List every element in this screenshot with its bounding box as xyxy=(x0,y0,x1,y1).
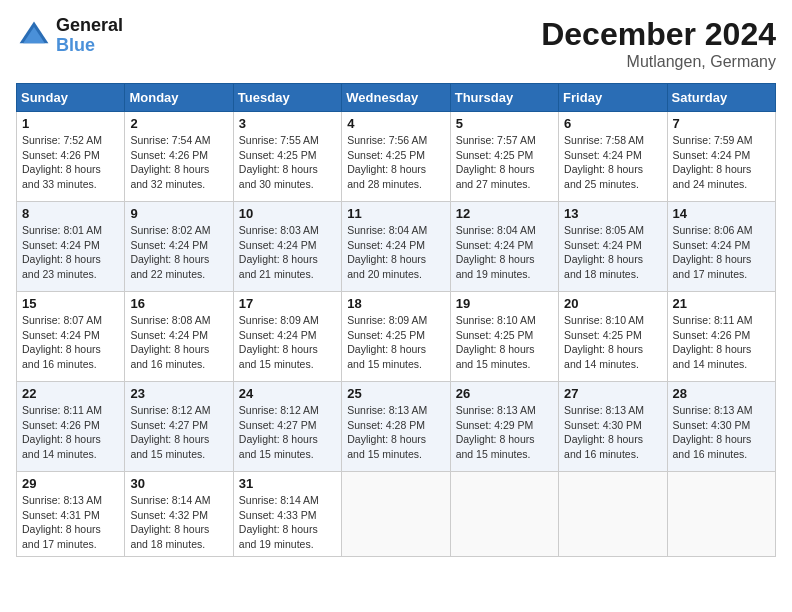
day-info: Sunrise: 7:52 AM Sunset: 4:26 PM Dayligh… xyxy=(22,133,119,192)
day-number: 17 xyxy=(239,296,336,311)
day-number: 22 xyxy=(22,386,119,401)
daylight-label: Daylight: 8 hours and 19 minutes. xyxy=(239,523,318,550)
sunset-label: Sunset: 4:25 PM xyxy=(347,149,425,161)
sunrise-label: Sunrise: 8:11 AM xyxy=(673,314,753,326)
daylight-label: Daylight: 8 hours and 25 minutes. xyxy=(564,163,643,190)
day-info: Sunrise: 8:12 AM Sunset: 4:27 PM Dayligh… xyxy=(239,403,336,462)
calendar-cell xyxy=(342,472,450,557)
day-number: 19 xyxy=(456,296,553,311)
daylight-label: Daylight: 8 hours and 27 minutes. xyxy=(456,163,535,190)
calendar-cell: 8 Sunrise: 8:01 AM Sunset: 4:24 PM Dayli… xyxy=(17,202,125,292)
day-number: 27 xyxy=(564,386,661,401)
day-number: 26 xyxy=(456,386,553,401)
sunrise-label: Sunrise: 8:10 AM xyxy=(456,314,536,326)
day-number: 16 xyxy=(130,296,227,311)
day-info: Sunrise: 8:02 AM Sunset: 4:24 PM Dayligh… xyxy=(130,223,227,282)
day-info: Sunrise: 7:56 AM Sunset: 4:25 PM Dayligh… xyxy=(347,133,444,192)
day-number: 5 xyxy=(456,116,553,131)
sunset-label: Sunset: 4:24 PM xyxy=(564,149,642,161)
weekday-header-thursday: Thursday xyxy=(450,84,558,112)
weekday-header-friday: Friday xyxy=(559,84,667,112)
day-info: Sunrise: 8:14 AM Sunset: 4:32 PM Dayligh… xyxy=(130,493,227,552)
sunset-label: Sunset: 4:24 PM xyxy=(239,239,317,251)
day-info: Sunrise: 8:13 AM Sunset: 4:31 PM Dayligh… xyxy=(22,493,119,552)
weekday-header-tuesday: Tuesday xyxy=(233,84,341,112)
sunset-label: Sunset: 4:27 PM xyxy=(130,419,208,431)
sunset-label: Sunset: 4:32 PM xyxy=(130,509,208,521)
calendar-cell: 26 Sunrise: 8:13 AM Sunset: 4:29 PM Dayl… xyxy=(450,382,558,472)
daylight-label: Daylight: 8 hours and 30 minutes. xyxy=(239,163,318,190)
day-info: Sunrise: 7:55 AM Sunset: 4:25 PM Dayligh… xyxy=(239,133,336,192)
day-info: Sunrise: 7:57 AM Sunset: 4:25 PM Dayligh… xyxy=(456,133,553,192)
day-info: Sunrise: 8:04 AM Sunset: 4:24 PM Dayligh… xyxy=(456,223,553,282)
daylight-label: Daylight: 8 hours and 20 minutes. xyxy=(347,253,426,280)
sunrise-label: Sunrise: 8:13 AM xyxy=(456,404,536,416)
daylight-label: Daylight: 8 hours and 28 minutes. xyxy=(347,163,426,190)
daylight-label: Daylight: 8 hours and 15 minutes. xyxy=(130,433,209,460)
calendar-cell: 10 Sunrise: 8:03 AM Sunset: 4:24 PM Dayl… xyxy=(233,202,341,292)
day-number: 10 xyxy=(239,206,336,221)
sunrise-label: Sunrise: 7:52 AM xyxy=(22,134,102,146)
sunset-label: Sunset: 4:24 PM xyxy=(456,239,534,251)
calendar-cell: 23 Sunrise: 8:12 AM Sunset: 4:27 PM Dayl… xyxy=(125,382,233,472)
calendar-cell: 5 Sunrise: 7:57 AM Sunset: 4:25 PM Dayli… xyxy=(450,112,558,202)
day-info: Sunrise: 8:13 AM Sunset: 4:28 PM Dayligh… xyxy=(347,403,444,462)
sunrise-label: Sunrise: 8:13 AM xyxy=(564,404,644,416)
day-number: 20 xyxy=(564,296,661,311)
day-number: 12 xyxy=(456,206,553,221)
calendar-cell: 21 Sunrise: 8:11 AM Sunset: 4:26 PM Dayl… xyxy=(667,292,775,382)
calendar-cell xyxy=(450,472,558,557)
sunrise-label: Sunrise: 7:58 AM xyxy=(564,134,644,146)
sunset-label: Sunset: 4:26 PM xyxy=(22,419,100,431)
daylight-label: Daylight: 8 hours and 16 minutes. xyxy=(130,343,209,370)
sunset-label: Sunset: 4:25 PM xyxy=(456,149,534,161)
day-info: Sunrise: 8:08 AM Sunset: 4:24 PM Dayligh… xyxy=(130,313,227,372)
sunrise-label: Sunrise: 8:05 AM xyxy=(564,224,644,236)
sunrise-label: Sunrise: 8:08 AM xyxy=(130,314,210,326)
day-number: 1 xyxy=(22,116,119,131)
day-info: Sunrise: 8:04 AM Sunset: 4:24 PM Dayligh… xyxy=(347,223,444,282)
daylight-label: Daylight: 8 hours and 32 minutes. xyxy=(130,163,209,190)
sunrise-label: Sunrise: 7:54 AM xyxy=(130,134,210,146)
day-info: Sunrise: 8:06 AM Sunset: 4:24 PM Dayligh… xyxy=(673,223,770,282)
day-number: 30 xyxy=(130,476,227,491)
sunrise-label: Sunrise: 8:14 AM xyxy=(130,494,210,506)
calendar-cell: 7 Sunrise: 7:59 AM Sunset: 4:24 PM Dayli… xyxy=(667,112,775,202)
daylight-label: Daylight: 8 hours and 15 minutes. xyxy=(239,433,318,460)
daylight-label: Daylight: 8 hours and 16 minutes. xyxy=(22,343,101,370)
calendar-cell: 3 Sunrise: 7:55 AM Sunset: 4:25 PM Dayli… xyxy=(233,112,341,202)
sunset-label: Sunset: 4:31 PM xyxy=(22,509,100,521)
calendar-cell: 19 Sunrise: 8:10 AM Sunset: 4:25 PM Dayl… xyxy=(450,292,558,382)
day-info: Sunrise: 8:09 AM Sunset: 4:24 PM Dayligh… xyxy=(239,313,336,372)
day-number: 14 xyxy=(673,206,770,221)
day-info: Sunrise: 8:11 AM Sunset: 4:26 PM Dayligh… xyxy=(22,403,119,462)
location: Mutlangen, Germany xyxy=(541,53,776,71)
calendar-cell: 11 Sunrise: 8:04 AM Sunset: 4:24 PM Dayl… xyxy=(342,202,450,292)
sunset-label: Sunset: 4:28 PM xyxy=(347,419,425,431)
daylight-label: Daylight: 8 hours and 14 minutes. xyxy=(673,343,752,370)
day-info: Sunrise: 8:11 AM Sunset: 4:26 PM Dayligh… xyxy=(673,313,770,372)
day-number: 8 xyxy=(22,206,119,221)
calendar-cell: 28 Sunrise: 8:13 AM Sunset: 4:30 PM Dayl… xyxy=(667,382,775,472)
day-number: 25 xyxy=(347,386,444,401)
sunrise-label: Sunrise: 8:04 AM xyxy=(347,224,427,236)
sunset-label: Sunset: 4:24 PM xyxy=(130,329,208,341)
day-info: Sunrise: 7:59 AM Sunset: 4:24 PM Dayligh… xyxy=(673,133,770,192)
day-number: 3 xyxy=(239,116,336,131)
day-number: 6 xyxy=(564,116,661,131)
calendar-cell: 22 Sunrise: 8:11 AM Sunset: 4:26 PM Dayl… xyxy=(17,382,125,472)
sunrise-label: Sunrise: 7:55 AM xyxy=(239,134,319,146)
daylight-label: Daylight: 8 hours and 17 minutes. xyxy=(673,253,752,280)
sunset-label: Sunset: 4:25 PM xyxy=(347,329,425,341)
day-number: 15 xyxy=(22,296,119,311)
day-info: Sunrise: 8:10 AM Sunset: 4:25 PM Dayligh… xyxy=(456,313,553,372)
daylight-label: Daylight: 8 hours and 14 minutes. xyxy=(22,433,101,460)
sunrise-label: Sunrise: 8:02 AM xyxy=(130,224,210,236)
day-number: 21 xyxy=(673,296,770,311)
daylight-label: Daylight: 8 hours and 21 minutes. xyxy=(239,253,318,280)
sunrise-label: Sunrise: 8:13 AM xyxy=(22,494,102,506)
sunset-label: Sunset: 4:24 PM xyxy=(564,239,642,251)
calendar-cell: 17 Sunrise: 8:09 AM Sunset: 4:24 PM Dayl… xyxy=(233,292,341,382)
sunrise-label: Sunrise: 7:59 AM xyxy=(673,134,753,146)
calendar-cell: 1 Sunrise: 7:52 AM Sunset: 4:26 PM Dayli… xyxy=(17,112,125,202)
